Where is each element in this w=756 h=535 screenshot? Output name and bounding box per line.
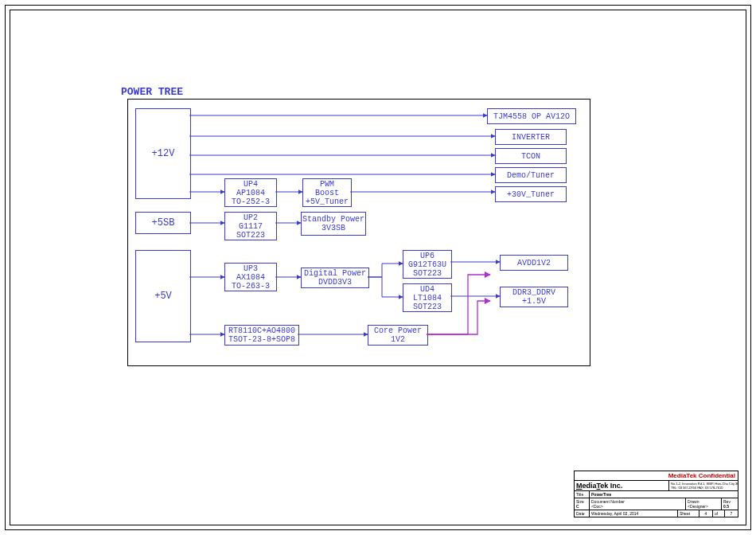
company-addr2: TEL: 03 567-0766 FAX: 03 578-7610 [671, 486, 723, 490]
of-label: of [713, 510, 725, 517]
date-label: Date [575, 510, 590, 517]
title-label: Title [575, 491, 590, 498]
title-block: MediaTek Confidential MediaTek Inc. No.1… [574, 471, 738, 517]
schematic-title: PowerTree [590, 491, 738, 498]
wiring-svg [0, 0, 756, 535]
drawn-value: <Designer> [688, 504, 708, 509]
of-value: 7 [725, 510, 738, 517]
docnum-value: <Doc> [591, 504, 603, 509]
confidential-label: MediaTek Confidential [575, 471, 738, 480]
size-value: C [576, 504, 579, 509]
sheet-label: Sheet [678, 510, 699, 517]
sheet-value: 4 [699, 510, 713, 517]
rev-value: 0.5 [723, 504, 729, 509]
date-value: Wednesday, April 02, 2014 [590, 510, 678, 517]
company-name: MediaTek Inc. [576, 482, 622, 490]
